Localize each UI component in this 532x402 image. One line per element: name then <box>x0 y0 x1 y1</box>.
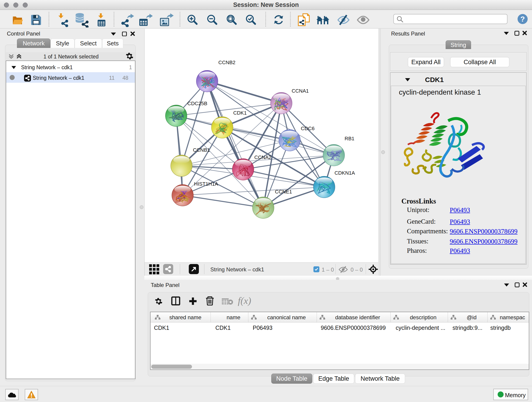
svg-text:CDC6: CDC6 <box>301 126 315 131</box>
svg-text:CCNA1: CCNA1 <box>292 88 309 94</box>
svg-text:RB1: RB1 <box>345 136 355 141</box>
svg-text:CDC25B: CDC25B <box>187 101 207 106</box>
svg-text:HIST1H1A: HIST1H1A <box>194 181 218 187</box>
svg-text:CDKN1A: CDKN1A <box>335 170 355 176</box>
svg-text:CCNE1: CCNE1 <box>275 189 292 195</box>
svg-text:CCNB1: CCNB1 <box>193 147 210 153</box>
svg-text:CCNB2: CCNB2 <box>218 60 235 65</box>
svg-text:CCNA2: CCNA2 <box>254 154 272 160</box>
svg-text:CDK1: CDK1 <box>233 110 247 116</box>
